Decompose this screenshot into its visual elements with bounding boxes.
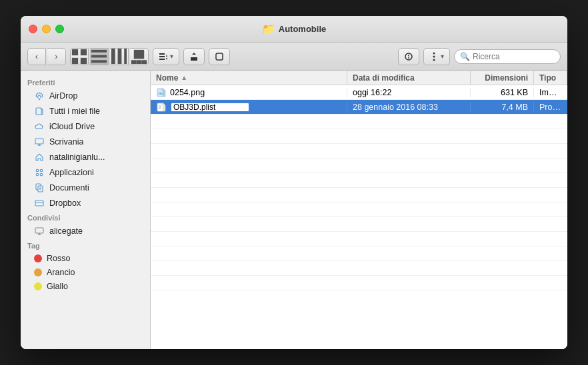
giallo-label: Giallo [47,282,68,291]
sidebar-item-alicegate[interactable]: alicegate [23,224,147,238]
dropbox-label: Dropbox [49,198,81,208]
view-cover-button[interactable] [130,48,149,65]
view-list-button[interactable] [90,48,109,65]
arancio-label: Arancio [47,268,75,277]
arrange-button[interactable]: ▾ [153,48,179,65]
back-icon: ‹ [35,51,38,61]
view-buttons [70,48,149,65]
table-row-empty [151,115,567,129]
svg-rect-19 [216,53,223,60]
share-button[interactable] [183,48,205,65]
table-row-empty [151,232,567,246]
svg-rect-12 [137,60,142,64]
col-header-name[interactable]: Nome ▲ [151,71,347,85]
table-row[interactable]: 28 gennaio 2016 08:33 7,4 MB Property Li… [151,100,567,115]
svg-point-23 [433,52,435,54]
view-icon-button[interactable] [70,48,89,65]
rename-input[interactable] [170,102,250,113]
sidebar-item-giallo[interactable]: Giallo [23,280,147,293]
file-type-0254: Immagine PNG [534,88,567,97]
svg-rect-11 [131,60,137,64]
airdrop-icon [34,91,45,101]
dropbox-icon [34,198,45,208]
sidebar-item-all-files[interactable]: Tutti i miei file [23,104,147,119]
documenti-label: Documenti [49,183,89,192]
sidebar-item-dropbox[interactable]: Dropbox [23,196,147,210]
file-size-0254: 631 KB [471,88,534,97]
svg-rect-6 [91,60,107,63]
sidebar-item-rosso[interactable]: Rosso [23,252,147,265]
svg-rect-15 [159,56,165,57]
screen-icon [34,226,45,236]
airdrop-label: AirDrop [49,91,77,101]
col-header-date[interactable]: Data di modifica [347,71,471,85]
sidebar-section-tag: Tag [21,239,150,251]
svg-rect-1 [81,49,87,55]
back-button[interactable]: ‹ [27,48,46,65]
file-type-obj3d: Property List [534,103,567,112]
sidebar: Preferiti AirDrop [21,71,151,349]
minimize-button[interactable] [42,25,51,33]
docs-icon [34,182,45,193]
plist-file-icon [156,103,167,112]
sidebar-item-icloud[interactable]: iCloud Drive [23,119,147,134]
sidebar-section-condivisi: Condivisi [21,211,150,223]
svg-marker-17 [166,58,167,60]
svg-rect-3 [81,57,87,63]
col-header-size[interactable]: Dimensioni [471,71,534,85]
svg-rect-14 [159,53,165,55]
search-icon: 🔍 [460,52,470,61]
png-file-icon: PNG [156,88,167,97]
traffic-lights [29,25,64,33]
forward-button[interactable]: › [47,48,66,65]
sidebar-item-desktop[interactable]: Scrivania [23,135,147,149]
svg-point-25 [433,59,435,61]
svg-rect-8 [118,49,122,64]
svg-marker-18 [166,55,167,57]
toolbar: ‹ › ▾ [21,43,567,71]
svg-rect-4 [91,50,107,53]
table-row-empty [151,159,567,173]
desktop-label: Scrivania [49,137,83,147]
svg-point-33 [36,173,39,176]
col-header-type[interactable]: Tipo [534,71,567,85]
icloud-label: iCloud Drive [49,122,95,131]
titlebar: 📁 Automobile [21,16,567,43]
svg-rect-2 [72,57,78,63]
file-list-header: Nome ▲ Data di modifica Dimensioni Tipo [151,71,567,85]
svg-rect-40 [35,228,43,233]
svg-text:PNG: PNG [159,92,164,95]
maximize-button[interactable] [55,25,64,33]
sidebar-item-applicazioni[interactable]: Applicazioni [23,165,147,180]
forward-icon: › [55,51,57,61]
arrange-arrow: ▾ [170,53,173,60]
svg-rect-10 [134,50,144,59]
close-button[interactable] [29,25,37,33]
svg-point-21 [408,55,409,56]
svg-point-24 [433,55,435,57]
action-button[interactable]: ▾ [423,48,450,65]
natali-label: natalinigianlu... [49,153,105,162]
svg-point-32 [40,169,43,172]
file-name-0254: PNG 0254.png [151,88,347,97]
file-date-obj3d: 28 gennaio 2016 08:33 [347,103,471,112]
sidebar-item-documenti[interactable]: Documenti [23,181,147,195]
svg-rect-28 [35,139,43,144]
main-content: Preferiti AirDrop [21,71,567,349]
svg-rect-7 [111,49,115,64]
file-date-0254: oggi 16:22 [347,88,471,97]
tag-button[interactable] [209,48,230,65]
svg-rect-16 [159,59,165,60]
table-row-empty [151,217,567,232]
view-columns-button[interactable] [110,48,129,65]
table-row[interactable]: PNG 0254.png oggi 16:22 631 KB Immagine … [151,85,567,100]
file-name-text: 0254.png [170,88,205,97]
search-box[interactable]: 🔍 [454,49,561,64]
window-title-text: Automobile [279,24,327,34]
sidebar-item-airdrop[interactable]: AirDrop [23,89,147,103]
search-input[interactable] [473,52,555,61]
svg-rect-0 [72,49,78,55]
sidebar-item-natali[interactable]: natalinigianlu... [23,150,147,165]
sidebar-item-arancio[interactable]: Arancio [23,266,147,279]
quick-look-button[interactable] [398,48,419,65]
